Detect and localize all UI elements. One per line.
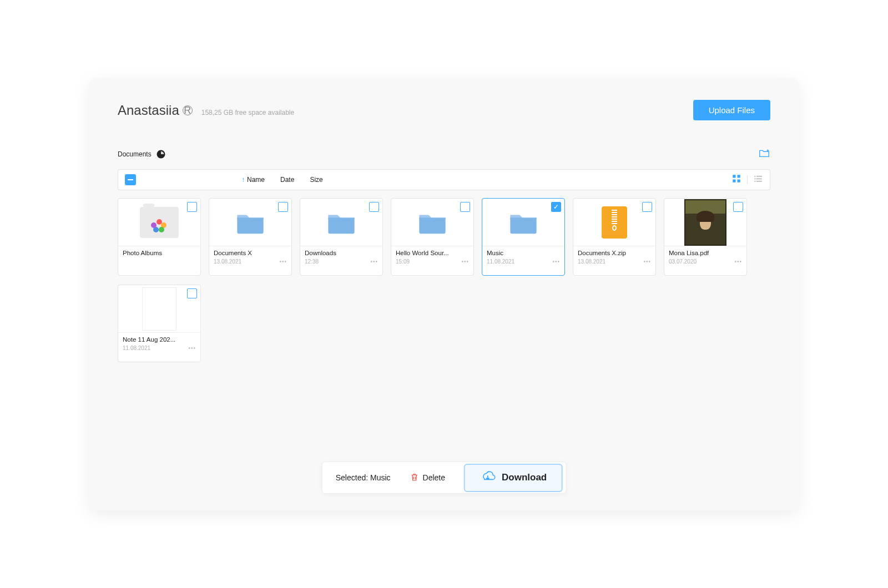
selection-action-bar: Selected: Music Delete Download (322, 462, 567, 494)
file-date: 11.08.2021 (487, 258, 514, 265)
svg-rect-7 (756, 178, 762, 179)
item-checkbox[interactable] (733, 202, 743, 212)
item-checkbox[interactable] (642, 202, 652, 212)
file-name: Music (487, 250, 560, 256)
header-left: Anastasiia R 158,25 GB free space availa… (118, 103, 294, 118)
svg-rect-5 (756, 176, 762, 177)
grid-view-icon[interactable] (731, 174, 741, 186)
file-item[interactable]: Documents X13.08.2021••• (209, 198, 292, 276)
sort-by-size[interactable]: Size (310, 176, 322, 184)
delete-label: Delete (423, 473, 445, 482)
item-checkbox[interactable] (187, 288, 197, 298)
download-label: Download (502, 472, 547, 483)
file-date: 13.08.2021 (214, 258, 241, 265)
sort-columns: ↑ Name Date Size (241, 176, 323, 184)
cloud-download-icon (480, 470, 496, 485)
item-checkbox[interactable] (187, 202, 197, 212)
file-date: 11.08.2021 (123, 345, 150, 351)
file-meta: Hello World Sour...15:09••• (391, 246, 473, 267)
more-icon[interactable]: ••• (279, 258, 287, 265)
selected-prefix: Selected: (336, 473, 370, 482)
breadcrumb[interactable]: Documents (118, 149, 166, 159)
svg-rect-8 (754, 181, 755, 182)
registered-badge: R (183, 105, 193, 115)
item-checkbox[interactable] (369, 202, 379, 212)
svg-rect-0 (733, 175, 735, 178)
file-name: Mona Lisa.pdf (669, 250, 742, 256)
file-meta: Documents X13.08.2021••• (209, 246, 291, 267)
more-icon[interactable]: ••• (734, 258, 742, 265)
file-date: 12:38 (305, 258, 319, 265)
more-icon[interactable]: ••• (461, 258, 469, 265)
file-name: Note 11 Aug 202... (123, 336, 196, 343)
upload-files-button[interactable]: Upload Files (693, 100, 770, 120)
selected-name: Music (370, 473, 391, 482)
file-item[interactable]: Mona Lisa.pdf03.07.2020••• (664, 198, 747, 276)
item-checkbox[interactable] (278, 202, 288, 212)
sort-by-date[interactable]: Date (280, 176, 294, 184)
file-item[interactable]: Note 11 Aug 202...11.08.2021••• (118, 285, 201, 362)
app-window: Anastasiia R 158,25 GB free space availa… (89, 78, 799, 510)
svg-rect-3 (738, 180, 740, 183)
username-text: Anastasiia (118, 103, 179, 118)
file-date: 03.07.2020 (669, 258, 697, 265)
file-date: 13.08.2021 (578, 258, 606, 265)
sort-by-name[interactable]: ↑ Name (241, 176, 265, 184)
breadcrumb-label: Documents (118, 150, 152, 158)
username: Anastasiia R (118, 103, 193, 118)
toolbar: ↑ Name Date Size (118, 169, 770, 190)
svg-rect-2 (733, 180, 735, 183)
file-name: Photo Albums (123, 250, 196, 256)
file-meta: Music11.08.2021••• (482, 246, 564, 267)
file-name: Hello World Sour... (396, 250, 469, 256)
file-item[interactable]: Hello World Sour...15:09••• (391, 198, 474, 276)
file-grid: Photo AlbumsDocuments X13.08.2021•••Down… (118, 198, 770, 362)
file-item[interactable]: Downloads12:38••• (300, 198, 383, 276)
file-name: Downloads (305, 250, 378, 256)
breadcrumb-row: Documents (118, 147, 770, 161)
file-name: Documents X.zip (578, 250, 651, 256)
file-meta: Photo Albums (118, 246, 200, 258)
svg-rect-6 (754, 178, 755, 179)
file-item[interactable]: Documents X.zip13.08.2021••• (573, 198, 656, 276)
download-button[interactable]: Download (464, 464, 562, 492)
view-separator (747, 175, 748, 184)
more-icon[interactable]: ••• (188, 345, 196, 351)
list-view-icon[interactable] (753, 174, 763, 186)
item-checkbox[interactable] (551, 202, 561, 212)
documents-icon (156, 149, 166, 159)
svg-rect-4 (754, 176, 755, 177)
sort-arrow-up-icon: ↑ (241, 176, 245, 184)
file-meta: Mona Lisa.pdf03.07.2020••• (664, 246, 746, 267)
more-icon[interactable]: ••• (643, 258, 651, 265)
svg-rect-1 (738, 175, 740, 178)
file-meta: Note 11 Aug 202...11.08.2021••• (118, 333, 200, 353)
more-icon[interactable]: ••• (552, 258, 560, 265)
file-item[interactable]: Photo Albums (118, 198, 201, 276)
file-meta: Downloads12:38••• (300, 246, 382, 267)
svg-rect-9 (756, 181, 762, 182)
item-checkbox[interactable] (460, 202, 470, 212)
file-date: 15:09 (396, 258, 410, 265)
sort-name-label: Name (247, 176, 265, 184)
trash-icon (410, 472, 420, 484)
header: Anastasiia R 158,25 GB free space availa… (118, 100, 770, 120)
file-item[interactable]: Music11.08.2021••• (482, 198, 565, 276)
delete-button[interactable]: Delete (404, 468, 451, 488)
select-all-toggle[interactable] (125, 174, 136, 185)
selected-text: Selected: Music (336, 473, 391, 482)
file-name: Documents X (214, 250, 287, 256)
view-switch (731, 174, 763, 186)
file-meta: Documents X.zip13.08.2021••• (573, 246, 655, 267)
more-icon[interactable]: ••• (370, 258, 378, 265)
new-folder-icon[interactable] (758, 147, 770, 161)
free-space-text: 158,25 GB free space available (201, 109, 294, 116)
